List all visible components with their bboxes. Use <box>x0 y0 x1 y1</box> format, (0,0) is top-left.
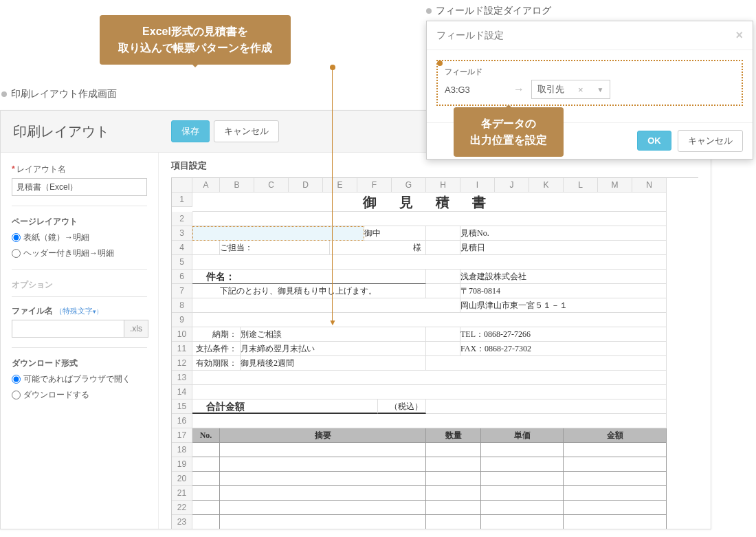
cell[interactable] <box>426 270 460 284</box>
table-cell[interactable] <box>192 515 220 529</box>
cell[interactable] <box>426 327 460 342</box>
table-cell[interactable] <box>564 457 667 472</box>
cell[interactable]: 下記のとおり、御見積もり申し上げます。 <box>192 284 426 298</box>
table-cell[interactable] <box>426 486 481 501</box>
table-cell[interactable] <box>426 457 481 472</box>
table-header[interactable]: No. <box>192 428 220 443</box>
table-cell[interactable] <box>192 501 220 515</box>
row-header[interactable]: 17 <box>172 428 192 443</box>
col-header[interactable]: G <box>392 178 426 193</box>
row-header[interactable]: 12 <box>172 356 192 371</box>
cell[interactable]: 岡山県津山市東一宮５１－１ <box>460 298 667 313</box>
row-header[interactable]: 1 <box>172 193 192 207</box>
cell[interactable]: （税込） <box>378 399 426 414</box>
row-header[interactable]: 18 <box>172 443 192 457</box>
table-cell[interactable] <box>481 486 564 501</box>
table-cell[interactable] <box>481 472 564 486</box>
cell[interactable] <box>192 385 667 399</box>
table-header[interactable]: 単価 <box>481 428 564 443</box>
col-header[interactable]: F <box>357 178 392 193</box>
col-header[interactable]: K <box>529 178 564 193</box>
close-icon[interactable]: × <box>735 28 743 43</box>
table-cell[interactable] <box>220 501 426 515</box>
cell[interactable] <box>426 241 460 255</box>
cell[interactable] <box>192 212 667 226</box>
layout-name-input[interactable] <box>12 178 147 196</box>
cell[interactable]: 様 <box>330 241 426 255</box>
table-cell[interactable] <box>564 515 667 529</box>
cell[interactable]: 納期： <box>192 327 241 342</box>
cell[interactable]: 有効期限： <box>192 356 241 371</box>
table-cell[interactable] <box>192 443 220 457</box>
cell[interactable] <box>192 313 667 327</box>
table-cell[interactable] <box>192 472 220 486</box>
cell[interactable] <box>192 298 460 313</box>
table-cell[interactable] <box>481 501 564 515</box>
table-header[interactable]: 金額 <box>564 428 667 443</box>
spreadsheet[interactable]: A B C D E F G H I J K L M N 1 御 見 <box>171 177 698 529</box>
cell[interactable]: 御見積後2週間 <box>241 356 426 371</box>
col-header[interactable]: J <box>495 178 529 193</box>
cancel-button[interactable]: キャンセル <box>214 120 279 142</box>
field-select[interactable]: 取引先 × ▼ <box>531 80 610 99</box>
row-header[interactable]: 9 <box>172 313 192 327</box>
table-cell[interactable] <box>481 457 564 472</box>
col-header[interactable]: C <box>254 178 289 193</box>
row-header[interactable]: 21 <box>172 486 192 501</box>
cell[interactable] <box>192 241 220 255</box>
file-name-input[interactable] <box>12 320 124 338</box>
cell[interactable]: 御中 <box>364 226 426 241</box>
ok-button[interactable]: OK <box>637 131 671 151</box>
cell[interactable]: ご担当： <box>220 241 330 255</box>
cell[interactable] <box>192 371 667 385</box>
cell[interactable]: 見積No. <box>460 226 667 241</box>
save-button[interactable]: 保存 <box>171 120 210 142</box>
table-header[interactable]: 数量 <box>426 428 481 443</box>
cell[interactable]: 月末締め翌月末払い <box>241 342 426 356</box>
table-cell[interactable] <box>220 472 426 486</box>
cell[interactable] <box>426 342 460 356</box>
col-header[interactable]: D <box>289 178 323 193</box>
row-header[interactable]: 2 <box>172 212 192 226</box>
cell[interactable] <box>426 356 667 371</box>
special-chars-link[interactable]: （特殊文字▾） <box>55 307 102 315</box>
table-cell[interactable] <box>564 486 667 501</box>
cell[interactable] <box>192 255 667 270</box>
table-cell[interactable] <box>192 457 220 472</box>
col-header[interactable]: H <box>426 178 460 193</box>
col-header[interactable]: I <box>460 178 495 193</box>
col-header[interactable]: E <box>323 178 357 193</box>
row-header[interactable]: 6 <box>172 270 192 284</box>
table-cell[interactable] <box>426 501 481 515</box>
cell[interactable]: 〒708-0814 <box>460 284 667 298</box>
row-header[interactable]: 19 <box>172 457 192 472</box>
row-header[interactable]: 22 <box>172 501 192 515</box>
download-opt2[interactable]: ダウンロードする <box>12 389 147 401</box>
table-cell[interactable] <box>192 486 220 501</box>
cell[interactable]: 見積日 <box>460 241 667 255</box>
table-cell[interactable] <box>564 472 667 486</box>
row-header[interactable]: 16 <box>172 414 192 428</box>
row-header[interactable]: 3 <box>172 226 192 241</box>
page-layout-opt2[interactable]: ヘッダー付き明細→明細 <box>12 248 147 259</box>
cell-selected-range[interactable] <box>192 226 364 241</box>
corner-cell[interactable] <box>172 178 192 193</box>
row-header[interactable]: 11 <box>172 342 192 356</box>
table-cell[interactable] <box>481 443 564 457</box>
col-header[interactable]: A <box>192 178 220 193</box>
chevron-down-icon[interactable]: ▼ <box>597 86 604 94</box>
cell[interactable] <box>426 399 667 414</box>
col-header[interactable]: M <box>598 178 632 193</box>
dialog-cancel-button[interactable]: キャンセル <box>678 130 743 152</box>
page-layout-opt1[interactable]: 表紙（鏡）→明細 <box>12 232 147 243</box>
table-cell[interactable] <box>220 443 426 457</box>
row-header[interactable]: 15 <box>172 399 192 414</box>
row-header[interactable]: 13 <box>172 371 192 385</box>
cell[interactable]: FAX：0868-27-7302 <box>460 342 667 356</box>
table-cell[interactable] <box>564 501 667 515</box>
cell[interactable]: 浅倉建設株式会社 <box>460 270 667 284</box>
col-header[interactable]: L <box>564 178 598 193</box>
clear-icon[interactable]: × <box>578 85 583 95</box>
col-header[interactable]: B <box>220 178 254 193</box>
table-header[interactable]: 摘要 <box>220 428 426 443</box>
